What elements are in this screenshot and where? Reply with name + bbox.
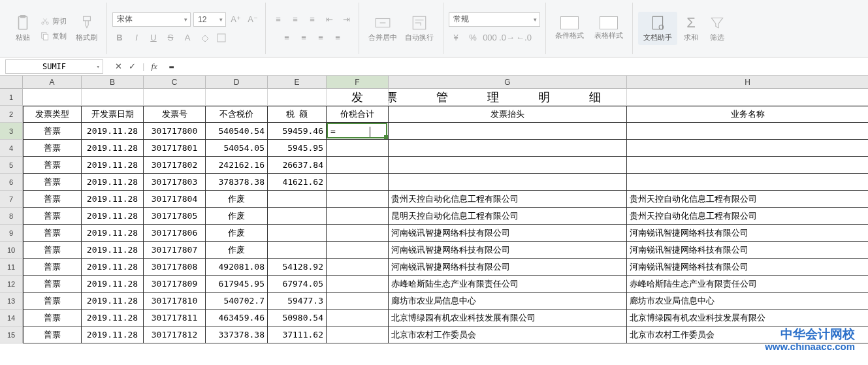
- row-header-1[interactable]: 1: [0, 89, 23, 106]
- cell[interactable]: 河南锐讯智捷网络科技有限公司: [627, 225, 868, 242]
- cell[interactable]: [327, 309, 389, 326]
- cell[interactable]: [327, 140, 389, 157]
- col-header-D[interactable]: D: [206, 76, 268, 89]
- cell[interactable]: 2019.11.28: [82, 242, 144, 259]
- cut-button[interactable]: 剪切: [38, 15, 69, 27]
- cell[interactable]: [268, 89, 327, 106]
- cell[interactable]: 作废: [206, 242, 268, 259]
- cell[interactable]: 67974.05: [268, 276, 327, 293]
- cell[interactable]: 普票: [23, 242, 82, 259]
- cell[interactable]: 廊坊市农业局信息中心: [389, 293, 627, 309]
- align-middle-button[interactable]: ≡: [288, 12, 302, 27]
- cell[interactable]: 普票: [23, 309, 82, 326]
- cell[interactable]: 作废: [206, 225, 268, 242]
- cell[interactable]: 发票类型: [23, 106, 82, 123]
- cell[interactable]: 54128.92: [268, 259, 327, 276]
- fill-color-button[interactable]: [197, 31, 212, 45]
- cell[interactable]: [268, 191, 327, 208]
- copy-button[interactable]: 复制: [38, 30, 69, 42]
- cell[interactable]: [268, 225, 327, 242]
- cell[interactable]: 540702.7: [206, 293, 268, 309]
- cell[interactable]: 普票: [23, 174, 82, 191]
- cell[interactable]: [627, 89, 868, 106]
- cell[interactable]: [389, 174, 627, 191]
- font-color-button[interactable]: A: [180, 31, 195, 45]
- font-size-select[interactable]: 12: [193, 12, 226, 27]
- cell[interactable]: 税 额: [268, 106, 327, 123]
- cell[interactable]: 301717811: [144, 309, 206, 326]
- cell[interactable]: [327, 208, 389, 225]
- row-header-3[interactable]: 3: [0, 123, 23, 140]
- cell[interactable]: 301717808: [144, 259, 206, 276]
- row-header-2[interactable]: 2: [0, 106, 23, 123]
- number-format-select[interactable]: 常规: [449, 12, 540, 27]
- cell[interactable]: 开发票日期: [82, 106, 144, 123]
- justify-button[interactable]: ≡: [330, 31, 345, 45]
- cell[interactable]: 贵州天控自动化信息工程有限公司: [627, 208, 868, 225]
- cell[interactable]: [327, 242, 389, 259]
- cell[interactable]: 北京市农村工作委员会: [627, 326, 868, 343]
- cell[interactable]: 59477.3: [268, 293, 327, 309]
- spreadsheet-grid[interactable]: ABCDEFGH 123456789101112131415 发票管理明细发票类…: [0, 76, 868, 365]
- cell[interactable]: 河南锐讯智捷网络科技有限公司: [627, 242, 868, 259]
- table-style-button[interactable]: 表格样式: [590, 14, 627, 43]
- row-header-6[interactable]: 6: [0, 174, 23, 191]
- cell[interactable]: [627, 140, 868, 157]
- cell[interactable]: 普票: [23, 293, 82, 309]
- cell[interactable]: [627, 157, 868, 174]
- cell[interactable]: 普票: [23, 191, 82, 208]
- cell[interactable]: [327, 293, 389, 309]
- cell[interactable]: 59459.46: [268, 123, 327, 140]
- cell[interactable]: 赤峰哈斯陆生态产业有限责任公司: [627, 276, 868, 293]
- cell[interactable]: 37111.62: [268, 326, 327, 343]
- comma-button[interactable]: 000: [483, 31, 497, 45]
- align-center-button[interactable]: ≡: [297, 31, 311, 45]
- row-header-13[interactable]: 13: [0, 293, 23, 309]
- row-header-15[interactable]: 15: [0, 326, 23, 343]
- cell[interactable]: [627, 123, 868, 140]
- cell[interactable]: 301717806: [144, 225, 206, 242]
- cell[interactable]: 价税合计: [327, 106, 389, 123]
- cancel-formula-button[interactable]: ✕: [115, 61, 122, 71]
- cell[interactable]: 2019.11.28: [82, 259, 144, 276]
- cell[interactable]: 301717810: [144, 293, 206, 309]
- row-header-8[interactable]: 8: [0, 208, 23, 225]
- cell[interactable]: 普票: [23, 225, 82, 242]
- cell[interactable]: 不含税价: [206, 106, 268, 123]
- filter-button[interactable]: 筛选: [705, 12, 730, 45]
- cell[interactable]: 301717802: [144, 157, 206, 174]
- col-header-C[interactable]: C: [144, 76, 206, 89]
- cell[interactable]: 业务名称: [627, 106, 868, 123]
- cell[interactable]: [327, 174, 389, 191]
- cell[interactable]: [327, 157, 389, 174]
- row-header-12[interactable]: 12: [0, 276, 23, 293]
- cell[interactable]: [627, 174, 868, 191]
- cell[interactable]: 普票: [23, 326, 82, 343]
- decimal-increase-button[interactable]: .0→: [500, 31, 514, 45]
- cell[interactable]: [327, 225, 389, 242]
- font-family-select[interactable]: 宋体: [112, 12, 191, 27]
- cell[interactable]: 50980.54: [268, 309, 327, 326]
- cell[interactable]: [144, 89, 206, 106]
- name-box[interactable]: SUMIF: [5, 59, 103, 74]
- cell[interactable]: 242162.16: [206, 157, 268, 174]
- cell[interactable]: [82, 89, 144, 106]
- col-header-B[interactable]: B: [82, 76, 144, 89]
- cell[interactable]: 北京博绿园有机农业科技发展有限公司: [389, 309, 627, 326]
- cell[interactable]: 普票: [23, 123, 82, 140]
- align-bottom-button[interactable]: ≡: [305, 12, 319, 27]
- cell[interactable]: 301717803: [144, 174, 206, 191]
- cell[interactable]: 廊坊市农业局信息中心: [627, 293, 868, 309]
- italic-button[interactable]: I: [129, 31, 144, 45]
- col-header-E[interactable]: E: [268, 76, 327, 89]
- cell[interactable]: [23, 89, 82, 106]
- cell[interactable]: [327, 191, 389, 208]
- cell[interactable]: 301717812: [144, 326, 206, 343]
- row-header-10[interactable]: 10: [0, 242, 23, 259]
- align-left-button[interactable]: ≡: [280, 31, 294, 45]
- cell[interactable]: 301717801: [144, 140, 206, 157]
- cell[interactable]: 河南锐讯智捷网络科技有限公司: [627, 259, 868, 276]
- cell[interactable]: 2019.11.28: [82, 157, 144, 174]
- cell[interactable]: 发票抬头: [389, 106, 627, 123]
- cell[interactable]: 337378.38: [206, 326, 268, 343]
